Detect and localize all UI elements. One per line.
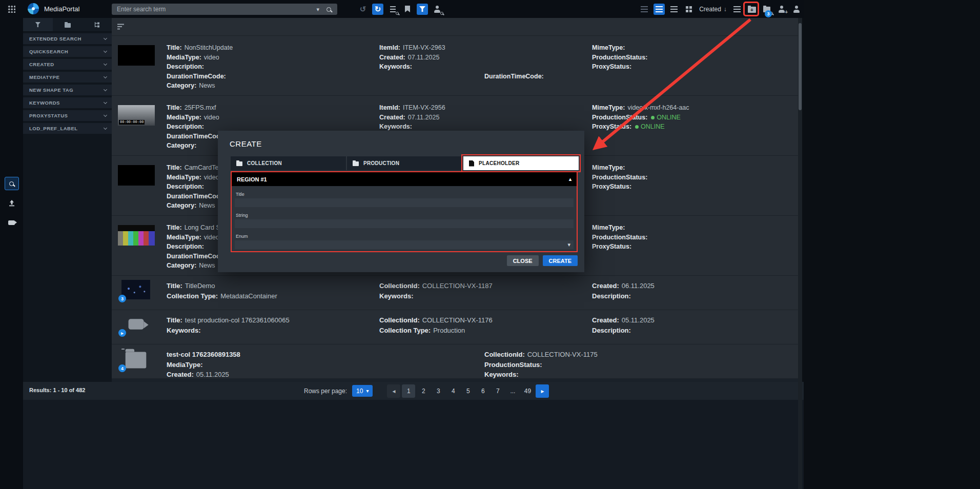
dialog-tab-placeholder[interactable]: PLACEHOLDER: [463, 156, 579, 170]
metadata-field: ProductionStatus:: [592, 53, 650, 63]
sidebar-section-label: EXTENDED SEARCH: [29, 36, 81, 42]
chevron-down-icon[interactable]: ▾: [316, 6, 319, 13]
page-button-49[interactable]: 49: [521, 384, 534, 398]
close-button[interactable]: CLOSE: [507, 255, 539, 266]
field-label: Created:: [379, 114, 405, 121]
region-fields: TitleStringEnum▾: [232, 192, 577, 249]
sidebar-section-label: LOD_PREF_LABEL: [29, 126, 78, 131]
metadata-column: CollectionId:COLLECTION-VX-1176Collectio…: [379, 315, 493, 335]
rail-upload-button[interactable]: [5, 196, 19, 210]
sidebar-tab-filters[interactable]: [23, 18, 53, 31]
field-label: Collection Type:: [379, 327, 431, 334]
dialog-tab-production[interactable]: PRODUCTION: [347, 156, 462, 170]
dialog-tab-collection[interactable]: COLLECTION: [231, 156, 346, 170]
metadata-column: ItemId:ITEM-VX-2963Created:07.11.2025Key…: [379, 43, 445, 72]
metadata-column: MimeType:ProductionStatus:ProxyStatus:: [592, 223, 650, 252]
field-label: CollectionId:: [379, 316, 420, 324]
sidebar-section-extended-search[interactable]: EXTENDED SEARCH: [23, 33, 112, 44]
sidebar-section-quicksearch[interactable]: QUICKSEARCH: [23, 46, 112, 57]
field-label: Keywords:: [379, 292, 413, 300]
status-dot-online: [651, 116, 655, 119]
search-input[interactable]: [112, 6, 316, 13]
title-input[interactable]: [235, 198, 574, 207]
list-item[interactable]: ▸Title:test production-col 1762361060065…: [112, 310, 799, 344]
field-label: Description:: [167, 63, 204, 70]
filter-list-icon[interactable]: [117, 23, 125, 30]
collection-badge-arrow: ▸: [118, 329, 126, 337]
sidebar-section-proxystatus[interactable]: PROXYSTATUS: [23, 110, 112, 121]
rail-search-button[interactable]: [5, 177, 19, 190]
page-button-5[interactable]: 5: [461, 384, 475, 398]
chevron-down-icon: ▾: [567, 241, 570, 248]
sidebar-section-created[interactable]: CREATED: [23, 59, 112, 70]
scrollbar-thumb[interactable]: [799, 23, 802, 110]
sidebar-section-mediatype[interactable]: MEDIATYPE: [23, 72, 112, 83]
list-view-icon[interactable]: [668, 4, 680, 15]
chevron-down-icon: [104, 49, 107, 52]
metadata-field: ProductionStatus:: [484, 360, 598, 370]
field-label: Title:: [167, 282, 182, 290]
search-in-results-icon[interactable]: [387, 4, 398, 15]
metadata-field: MimeType:: [592, 223, 650, 233]
field-label: Description:: [167, 243, 204, 250]
list-toolbar: [112, 18, 799, 36]
field-label: ProductionStatus:: [484, 361, 542, 369]
metadata-field: CollectionId:COLLECTION-VX-1176: [379, 315, 493, 325]
sync-search-icon[interactable]: ↻: [372, 4, 383, 15]
sidebar-tab-folders[interactable]: [53, 18, 83, 31]
add-user-icon[interactable]: +: [776, 4, 787, 15]
field-value: video: [204, 114, 219, 121]
status-dot-online: [635, 125, 639, 129]
history-icon[interactable]: ↺: [357, 4, 369, 15]
bookmark-icon[interactable]: [402, 4, 413, 15]
field-label: ProductionStatus:: [592, 174, 647, 181]
form-field-label: Enum: [236, 234, 573, 239]
metadata-column: CollectionId:COLLECTION-VX-1187Keywords:: [379, 281, 493, 301]
playlist-icon[interactable]: [731, 4, 743, 15]
rail-camera-button[interactable]: [5, 216, 19, 229]
sidebar-section-new-shape-tag[interactable]: NEW SHAPE TAG: [23, 85, 112, 95]
sidebar-section-label: QUICKSEARCH: [29, 49, 68, 54]
detailed-list-view-icon[interactable]: [654, 4, 665, 15]
list-item[interactable]: 3Title:TitleDemoCollection Type:Metadata…: [112, 276, 799, 310]
list-item[interactable]: 4test-col 1762360891358MediaType:Created…: [112, 344, 799, 379]
enum-select[interactable]: ▾: [235, 240, 574, 249]
metadata-field: Keywords:: [379, 62, 445, 72]
user-profile-icon[interactable]: [791, 4, 802, 15]
next-page-button[interactable]: ▸: [536, 384, 549, 398]
page-button-2[interactable]: 2: [417, 384, 430, 398]
field-label: Description:: [167, 183, 204, 190]
collection-badge-count: 4: [118, 364, 126, 372]
upload-icon: [8, 199, 16, 207]
create-button[interactable]: CREATE: [543, 255, 578, 266]
sort-select[interactable]: Created ↓: [698, 6, 728, 13]
pagination-bar: Results: 1 - 10 of 482 Rows per page: 10…: [23, 382, 804, 400]
left-rail: [0, 18, 23, 489]
collection-badge-count: 3: [118, 295, 126, 302]
rows-per-page-select[interactable]: 10 ▾: [352, 385, 373, 397]
filter-icon[interactable]: [417, 4, 428, 15]
app-menu-icon[interactable]: [7, 5, 15, 13]
page-button-4[interactable]: 4: [446, 384, 460, 398]
page-button-7[interactable]: 7: [491, 384, 504, 398]
search-icon[interactable]: [326, 7, 331, 12]
page-button-3[interactable]: 3: [432, 384, 445, 398]
video-camera-icon: [8, 220, 15, 225]
metadata-field: ProxyStatus:: [592, 242, 650, 252]
sidebar-tab-hierarchy[interactable]: [82, 18, 112, 31]
previous-page-button[interactable]: ◂: [387, 384, 400, 398]
region-header[interactable]: REGION #1 ▴: [232, 172, 577, 186]
field-label: ProductionStatus:: [592, 54, 647, 61]
page-button-6[interactable]: 6: [476, 384, 489, 398]
string-input[interactable]: [235, 219, 574, 228]
field-label: Category:: [167, 202, 196, 209]
sidebar-section-lod-pref-label[interactable]: LOD_PREF_LABEL: [23, 123, 112, 134]
grid-view-icon[interactable]: [683, 4, 695, 15]
sidebar-section-keywords[interactable]: KEYWORDS: [23, 97, 112, 108]
field-value: 07.11.2025: [408, 54, 440, 61]
tune-icon[interactable]: [639, 4, 650, 15]
page-button-1[interactable]: 1: [402, 384, 415, 398]
user-search-icon[interactable]: [432, 4, 443, 15]
field-label: Keywords:: [379, 123, 412, 130]
list-item[interactable]: Title:NonStitchUpdateMediaType:videoDesc…: [112, 36, 799, 96]
